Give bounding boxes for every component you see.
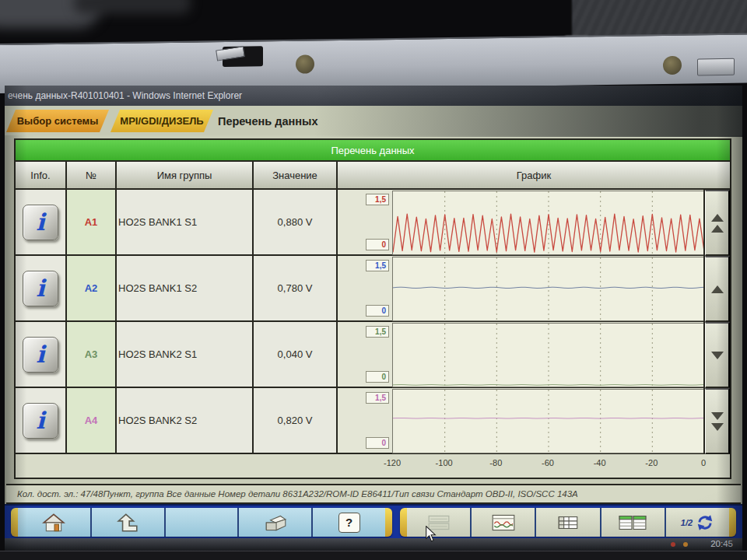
up-level-arrow-icon: [116, 513, 139, 533]
status-bar: Кол. дост. эл.: 47/48Пункт, группа Все д…: [6, 484, 741, 504]
y-max-label: 1,5: [366, 326, 389, 338]
info-icon: i: [36, 211, 44, 234]
info-icon: i: [36, 409, 44, 432]
y-min-label: 0: [366, 371, 389, 383]
graph-scrollbar: [703, 190, 730, 454]
group-name-cell: HO2S BANK2 S1: [117, 322, 254, 388]
panel-end-cap: [729, 508, 736, 537]
tab-mpi-gdi-diesel[interactable]: MPI/GDI/ДИЗЕЛЬ: [110, 110, 213, 132]
window-titlebar[interactable]: ечень данных-R401010401 - Windows Intern…: [5, 86, 742, 106]
column-header-graph: График: [338, 162, 730, 190]
info-button[interactable]: i: [23, 271, 58, 306]
window-title: ечень данных-R401010401 - Windows Intern…: [8, 90, 242, 101]
info-button[interactable]: i: [23, 337, 58, 373]
info-icon: i: [36, 343, 44, 366]
bottom-toolbar: ?: [5, 504, 742, 538]
graph-x-axis: -120 -100 -80 -60 -40 -20 0: [392, 454, 703, 476]
up-arrow-icon: [711, 285, 724, 293]
info-icon: i: [36, 277, 44, 300]
column-header-number: №: [67, 162, 117, 190]
double-down-arrow-icon: [711, 412, 724, 420]
windows-taskbar[interactable]: 20:45: [5, 538, 742, 551]
current-page-title: Перечень данных: [218, 115, 317, 128]
value-cell: 0,880 V: [254, 190, 338, 256]
toolbar-left-panel: ?: [11, 508, 392, 537]
info-cell: i: [16, 388, 67, 454]
panel-end-cap: [385, 508, 392, 537]
tab-label: MPI/GDI/ДИЗЕЛЬ: [120, 115, 203, 127]
x-tick-label: -100: [436, 458, 453, 467]
mouse-cursor-icon: [425, 526, 437, 545]
dual-table-view-button[interactable]: [600, 508, 665, 537]
x-tick-label: -120: [384, 458, 401, 467]
y-min-label: 0: [366, 437, 389, 449]
tray-icon[interactable]: [671, 542, 675, 547]
dual-table-view-icon: [618, 513, 647, 533]
panel-end-cap: [11, 508, 18, 537]
value-cell: 0,040 V: [254, 322, 338, 388]
laptop-bezel: [0, 33, 747, 93]
x-tick-label: -40: [594, 458, 606, 467]
y-min-label: 0: [366, 305, 389, 317]
scroll-up-fast-button[interactable]: [705, 190, 730, 256]
tray-icon[interactable]: [683, 542, 688, 547]
scroll-down-fast-button[interactable]: [705, 388, 730, 454]
refresh-page-button[interactable]: 1/2: [665, 508, 729, 537]
data-list-panel: Перечень данных Info. № Имя группы Значе…: [14, 138, 731, 479]
double-down-arrow-icon: [711, 423, 724, 431]
table-header-row: Info. № Имя группы Значение График: [16, 162, 730, 190]
help-button[interactable]: ?: [311, 508, 385, 537]
graph-plot: [392, 323, 705, 387]
bezel-latch-right: [697, 58, 735, 76]
table-row: i A1 HO2S BANK1 S1 0,880 V 1,5 0: [16, 190, 730, 256]
toolbar-right-panel: 1/2: [400, 508, 736, 537]
toolbar-empty-slot: [164, 508, 238, 537]
print-button[interactable]: [237, 508, 311, 537]
bezel-bumper: [296, 54, 314, 73]
table-row: i A4 HO2S BANK2 S2 0,820 V 1,5 0: [16, 388, 730, 454]
scroll-down-button[interactable]: [705, 322, 730, 388]
printer-icon: [263, 513, 288, 533]
row-number-cell: A3: [67, 322, 117, 388]
laptop-bottom-bezel: [0, 551, 747, 560]
y-max-label: 1,5: [366, 392, 389, 404]
graph-view-icon: [490, 513, 517, 533]
photo-background: ечень данных-R401010401 - Windows Intern…: [0, 0, 747, 560]
x-tick-label: -20: [645, 458, 658, 467]
page-indicator: 1/2: [681, 518, 693, 527]
group-name-cell: HO2S BANK2 S2: [117, 388, 254, 454]
column-header-group-name: Имя группы: [117, 162, 254, 190]
panel-end-cap: [400, 508, 407, 537]
value-cell: 0,780 V: [254, 256, 338, 322]
graph-view-button[interactable]: [470, 508, 535, 537]
tab-bar: Выбор системы MPI/GDI/ДИЗЕЛЬ Перечень да…: [5, 106, 742, 135]
home-button[interactable]: [18, 508, 90, 537]
table-view-button[interactable]: [535, 508, 599, 537]
y-max-label: 1,5: [366, 194, 389, 205]
up-level-button[interactable]: [90, 508, 164, 537]
graph-cell: 1,5 0: [338, 388, 730, 454]
x-tick-label: -80: [489, 458, 502, 467]
graph-plot: [392, 257, 705, 321]
double-up-arrow-icon: [711, 225, 724, 233]
table-view-icon: [556, 513, 580, 532]
double-up-arrow-icon: [711, 214, 724, 222]
tab-label: Выбор системы: [17, 115, 99, 127]
info-button[interactable]: i: [23, 205, 58, 240]
status-text: Кол. дост. эл.: 47/48Пункт, группа Все д…: [17, 489, 578, 499]
table-row: i A2 HO2S BANK1 S2 0,780 V 1,5 0: [16, 256, 730, 322]
row-number-cell: A4: [67, 388, 117, 454]
car-interior-detail: [74, 0, 191, 14]
bezel-latch-hook: [216, 46, 245, 61]
scroll-up-button[interactable]: [705, 256, 730, 322]
info-button[interactable]: i: [23, 403, 58, 439]
column-header-value: Значение: [254, 162, 338, 190]
bezel-latch-slot: [223, 46, 263, 67]
tab-system-select[interactable]: Выбор системы: [6, 110, 109, 132]
data-list-button-disabled[interactable]: [407, 508, 470, 537]
row-number-cell: A2: [67, 256, 117, 322]
graph-cell: 1,5 0: [338, 256, 730, 322]
taskbar-clock: 20:45: [710, 539, 733, 548]
info-cell: i: [16, 322, 67, 388]
graph-cell: 1,5 0: [338, 322, 730, 388]
